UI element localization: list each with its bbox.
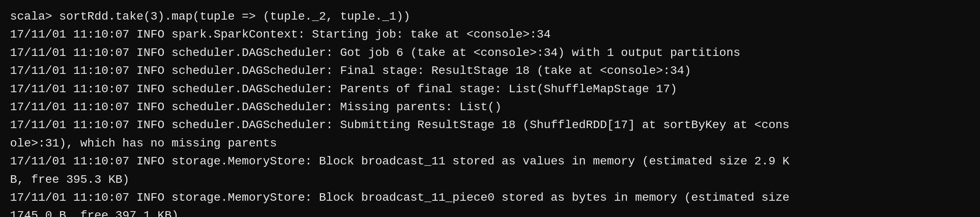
terminal-line: ole>:31), which has no missing parents xyxy=(10,134,970,152)
terminal-line: 17/11/01 11:10:07 INFO scheduler.DAGSche… xyxy=(10,98,970,116)
terminal-container: scala> sortRdd.take(3).map(tuple => (tup… xyxy=(10,8,970,217)
terminal-line: 17/11/01 11:10:07 INFO storage.MemorySto… xyxy=(10,189,970,207)
terminal-line: 17/11/01 11:10:07 INFO scheduler.DAGSche… xyxy=(10,62,970,80)
terminal-line: B, free 395.3 KB) xyxy=(10,171,970,189)
terminal-line: 17/11/01 11:10:07 INFO scheduler.DAGSche… xyxy=(10,80,970,98)
terminal-line: 1745.0 B, free 397.1 KB) xyxy=(10,207,970,217)
terminal-line: 17/11/01 11:10:07 INFO spark.SparkContex… xyxy=(10,25,970,43)
terminal-line: 17/11/01 11:10:07 INFO scheduler.DAGSche… xyxy=(10,116,970,134)
terminal-line: 17/11/01 11:10:07 INFO storage.MemorySto… xyxy=(10,152,970,170)
terminal-line: 17/11/01 11:10:07 INFO scheduler.DAGSche… xyxy=(10,44,970,62)
terminal-line: scala> sortRdd.take(3).map(tuple => (tup… xyxy=(10,8,970,25)
